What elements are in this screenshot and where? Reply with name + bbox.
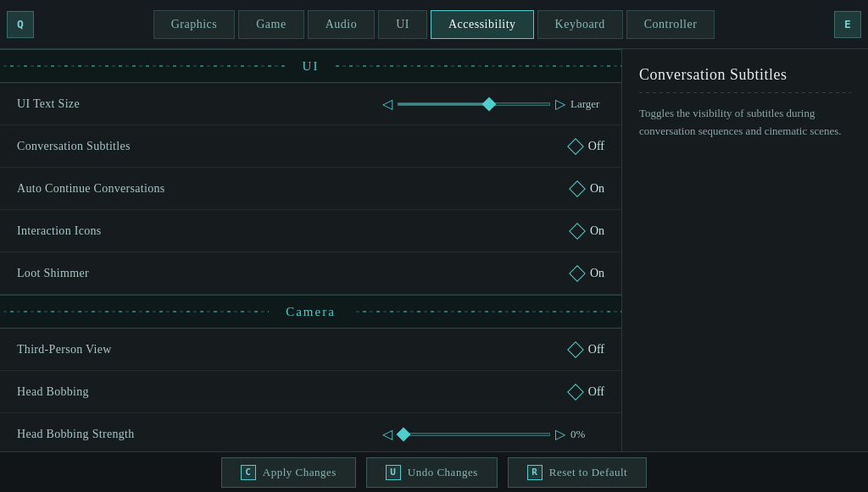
info-panel: Conversation Subtitles Toggles the visib… [622, 49, 868, 451]
main-content: UI UI Text Size ◁ ▷ Larger Conversation … [0, 49, 868, 451]
setting-value-auto-continue: On [571, 182, 604, 196]
tab-controller[interactable]: Controller [626, 10, 715, 39]
tab-accessibility[interactable]: Accessibility [431, 10, 534, 39]
reset-default-label: Reset to Default [549, 466, 627, 479]
section-header-bg: UI [286, 57, 337, 75]
setting-value-ui-text-size: ◁ ▷ Larger [382, 96, 604, 112]
nav-corner-right[interactable]: E [834, 11, 861, 38]
info-panel-title: Conversation Subtitles [639, 66, 851, 84]
tab-graphics[interactable]: Graphics [153, 10, 236, 39]
tab-keyboard[interactable]: Keyboard [537, 10, 623, 39]
setting-value-third-person: Off [570, 343, 604, 357]
slider-left-arrow-2[interactable]: ◁ [382, 426, 392, 442]
slider-track-2[interactable] [398, 433, 550, 436]
setting-label-head-bobbing: Head Bobbing [17, 385, 570, 399]
slider-left-arrow[interactable]: ◁ [382, 96, 392, 112]
apply-changes-label: Apply Changes [263, 466, 337, 479]
setting-value-loot-shimmer: On [571, 267, 604, 280]
bottom-bar: C Apply Changes U Undo Changes R Reset t… [0, 451, 868, 492]
apply-key: C [241, 465, 256, 480]
slider-thumb-2[interactable] [397, 427, 411, 441]
tab-audio[interactable]: Audio [308, 10, 376, 39]
setting-row-head-bobbing[interactable]: Head Bobbing Off [0, 371, 621, 413]
slider-right-arrow-2[interactable]: ▷ [555, 426, 565, 442]
undo-changes-label: Undo Changes [408, 466, 478, 479]
slider-thumb[interactable] [482, 97, 497, 111]
slider-right-arrow[interactable]: ▷ [555, 96, 565, 112]
undo-key: U [386, 465, 401, 480]
setting-label-interaction-icons: Interaction Icons [17, 224, 571, 238]
setting-label-ui-text-size: UI Text Size [17, 97, 382, 111]
setting-row-third-person[interactable]: Third-Person View Off [0, 329, 621, 371]
undo-changes-button[interactable]: U Undo Changes [366, 457, 498, 488]
settings-panel: UI UI Text Size ◁ ▷ Larger Conversation … [0, 49, 622, 451]
slider-value-hbs: 0% [570, 428, 604, 441]
setting-label-head-bobbing-strength: Head Bobbing Strength [17, 428, 382, 441]
slider-value-text: Larger [570, 97, 604, 111]
apply-changes-button[interactable]: C Apply Changes [221, 457, 356, 488]
setting-row-interaction-icons[interactable]: Interaction Icons On [0, 210, 621, 252]
section-header-bg-2: Camera [269, 302, 353, 321]
setting-row-loot-shimmer[interactable]: Loot Shimmer On [0, 252, 621, 295]
section-header-camera: Camera [0, 295, 621, 329]
reset-key: R [527, 465, 542, 480]
info-panel-description: Toggles the visibility of subtitles duri… [639, 105, 851, 141]
diamond-icon [567, 138, 584, 155]
tab-ui[interactable]: UI [378, 10, 427, 39]
diamond-icon-3 [569, 223, 586, 240]
slider-fill [398, 103, 489, 105]
reset-default-button[interactable]: R Reset to Default [508, 457, 647, 488]
info-panel-divider [639, 92, 851, 93]
setting-value-head-bobbing: Off [570, 385, 604, 399]
top-navigation: Q Graphics Game Audio UI Accessibility K… [0, 0, 868, 49]
slider-track[interactable] [398, 102, 550, 106]
corner-left-label: Q [17, 18, 24, 30]
setting-label-loot-shimmer: Loot Shimmer [17, 267, 571, 280]
setting-label-third-person: Third-Person View [17, 343, 570, 357]
setting-row-ui-text-size: UI Text Size ◁ ▷ Larger [0, 83, 621, 125]
diamond-icon-6 [567, 384, 584, 401]
section-title-ui: UI [303, 59, 320, 73]
section-title-camera: Camera [286, 305, 336, 318]
setting-label-conversation-subtitles: Conversation Subtitles [17, 140, 570, 153]
setting-row-conversation-subtitles[interactable]: Conversation Subtitles Off [0, 125, 621, 168]
corner-right-label: E [844, 18, 851, 30]
diamond-icon-4 [569, 265, 586, 282]
setting-row-head-bobbing-strength: Head Bobbing Strength ◁ ▷ 0% [0, 413, 621, 451]
setting-value-conversation-subtitles: Off [570, 140, 604, 153]
section-header-ui: UI [0, 49, 621, 83]
diamond-icon-5 [567, 341, 584, 358]
setting-row-auto-continue[interactable]: Auto Continue Conversations On [0, 168, 621, 210]
setting-label-auto-continue: Auto Continue Conversations [17, 182, 571, 196]
setting-value-interaction-icons: On [571, 224, 604, 238]
tab-game[interactable]: Game [238, 10, 303, 39]
nav-corner-left[interactable]: Q [7, 11, 34, 38]
setting-value-head-bobbing-strength: ◁ ▷ 0% [382, 426, 604, 442]
diamond-icon-2 [569, 180, 586, 197]
